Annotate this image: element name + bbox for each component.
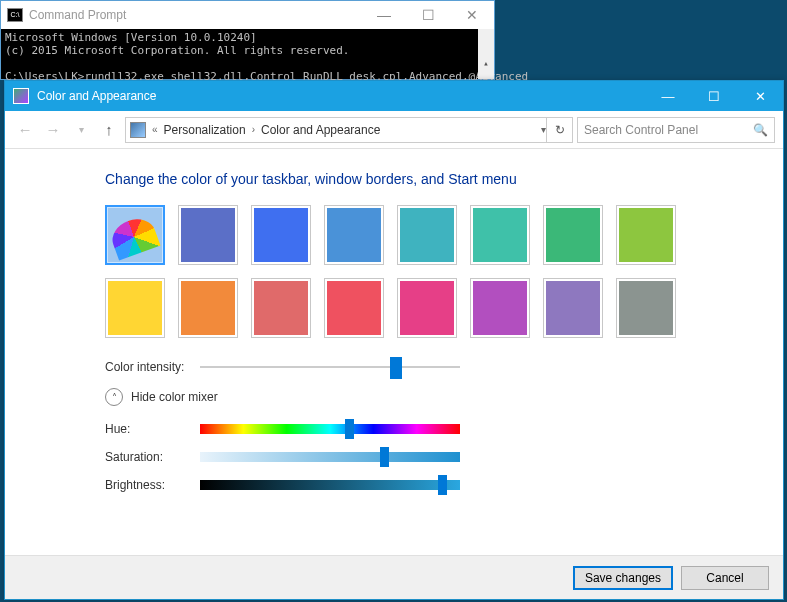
ca-close-button[interactable]: ✕ — [737, 81, 783, 111]
chevron-up-icon: ˄ — [105, 388, 123, 406]
color-swatch-1[interactable] — [178, 205, 238, 265]
breadcrumb-color-appearance[interactable]: Color and Appearance — [261, 123, 380, 137]
ca-titlebar[interactable]: Color and Appearance — ☐ ✕ — [5, 81, 783, 111]
cmd-scroll-up[interactable]: ▴ — [478, 55, 494, 71]
intensity-label: Color intensity: — [105, 360, 200, 374]
cmd-close-button[interactable]: ✕ — [450, 1, 494, 29]
ca-maximize-button[interactable]: ☐ — [691, 81, 737, 111]
ca-title-icon — [13, 88, 29, 104]
color-swatch-2[interactable] — [251, 205, 311, 265]
ca-title: Color and Appearance — [37, 89, 156, 103]
refresh-button[interactable]: ↻ — [546, 118, 572, 142]
color-appearance-window: Color and Appearance — ☐ ✕ ← → ▾ ↑ « Per… — [4, 80, 784, 600]
saturation-thumb[interactable] — [380, 447, 389, 467]
nav-back-button[interactable]: ← — [13, 118, 37, 142]
search-input[interactable]: Search Control Panel 🔍 — [577, 117, 775, 143]
ca-footer: Save changes Cancel — [5, 555, 783, 599]
brightness-label: Brightness: — [105, 478, 200, 492]
color-swatch-0[interactable] — [105, 205, 165, 265]
color-swatch-13[interactable] — [470, 278, 530, 338]
cmd-line1: Microsoft Windows [Version 10.0.10240] — [5, 31, 257, 44]
cmd-maximize-button[interactable]: ☐ — [406, 1, 450, 29]
saturation-label: Saturation: — [105, 450, 200, 464]
color-swatch-10[interactable] — [251, 278, 311, 338]
cmd-minimize-button[interactable]: — — [362, 1, 406, 29]
search-placeholder: Search Control Panel — [584, 123, 698, 137]
cmd-titlebar[interactable]: C:\ Command Prompt — ☐ ✕ — [1, 1, 494, 29]
color-swatch-9[interactable] — [178, 278, 238, 338]
color-swatch-4[interactable] — [397, 205, 457, 265]
cmd-scrollbar[interactable]: ▴ — [478, 29, 494, 79]
color-swatch-3[interactable] — [324, 205, 384, 265]
command-prompt-window: C:\ Command Prompt — ☐ ✕ Microsoft Windo… — [0, 0, 495, 80]
color-swatch-8[interactable] — [105, 278, 165, 338]
color-mixer-toggle[interactable]: ˄ Hide color mixer — [105, 388, 753, 406]
search-icon: 🔍 — [753, 123, 768, 137]
mixer-toggle-label: Hide color mixer — [131, 390, 218, 404]
intensity-thumb[interactable] — [390, 357, 402, 379]
cmd-title: Command Prompt — [29, 8, 126, 22]
ca-nav-bar: ← → ▾ ↑ « Personalization › Color and Ap… — [5, 111, 783, 149]
color-swatch-7[interactable] — [616, 205, 676, 265]
color-swatch-6[interactable] — [543, 205, 603, 265]
nav-forward-button[interactable]: → — [41, 118, 65, 142]
nav-up-button[interactable]: ↑ — [97, 121, 121, 138]
breadcrumb-personalization[interactable]: Personalization — [164, 123, 246, 137]
brightness-thumb[interactable] — [438, 475, 447, 495]
color-swatch-grid — [105, 205, 753, 338]
hue-slider[interactable] — [200, 424, 460, 434]
cancel-button[interactable]: Cancel — [681, 566, 769, 590]
brightness-slider[interactable] — [200, 480, 460, 490]
address-icon — [130, 122, 146, 138]
hue-thumb[interactable] — [345, 419, 354, 439]
ca-minimize-button[interactable]: — — [645, 81, 691, 111]
color-swatch-12[interactable] — [397, 278, 457, 338]
chevron-right-icon[interactable]: › — [250, 124, 257, 135]
address-bar[interactable]: « Personalization › Color and Appearance… — [125, 117, 573, 143]
page-heading: Change the color of your taskbar, window… — [105, 171, 753, 187]
color-swatch-5[interactable] — [470, 205, 530, 265]
saturation-slider[interactable] — [200, 452, 460, 462]
cmd-body[interactable]: Microsoft Windows [Version 10.0.10240] (… — [1, 29, 494, 79]
cmd-icon: C:\ — [7, 8, 23, 22]
color-swatch-14[interactable] — [543, 278, 603, 338]
save-changes-button[interactable]: Save changes — [573, 566, 673, 590]
chevron-left-icon[interactable]: « — [150, 124, 160, 135]
cmd-line2: (c) 2015 Microsoft Corporation. All righ… — [5, 44, 349, 57]
intensity-slider[interactable] — [200, 362, 460, 372]
color-swatch-11[interactable] — [324, 278, 384, 338]
ca-content: Change the color of your taskbar, window… — [5, 149, 783, 555]
color-swatch-15[interactable] — [616, 278, 676, 338]
hue-label: Hue: — [105, 422, 200, 436]
nav-recent-dropdown[interactable]: ▾ — [69, 118, 93, 142]
